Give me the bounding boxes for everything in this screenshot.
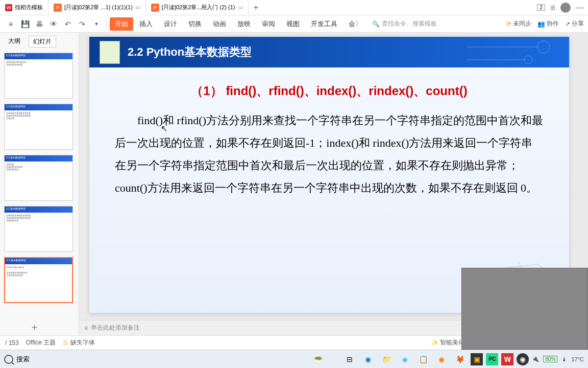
edge-icon[interactable]: ◉ <box>360 352 376 367</box>
plug-icon[interactable]: 🔌 <box>532 356 539 362</box>
presentation-mode-icon[interactable]: ▭ <box>238 4 243 11</box>
obs-icon[interactable]: ◉ <box>517 353 529 365</box>
app-icon[interactable]: ◆ <box>397 352 412 367</box>
slide-thumb-current[interactable]: 2.2 基本数据类型find() rfind() index()文本内容文本内容… <box>4 257 73 303</box>
food-icon[interactable]: 🥗 <box>310 352 326 367</box>
cursor-icon: ↖ <box>161 124 167 133</box>
tab-doc1[interactable]: P [只读]02第2章 ...1) (1)(1)(1) ▭ <box>48 0 146 15</box>
tab-label: [只读]02第2章...用入门 (2) (1) <box>162 4 235 11</box>
tab-label: [只读]02第2章 ...1) (1)(1)(1) <box>64 4 133 11</box>
slide-section-title: 2.2 Python基本数据类型 <box>128 44 252 60</box>
pycharm-icon[interactable]: PC <box>486 353 498 365</box>
webcam-overlay <box>461 268 588 350</box>
start-search[interactable]: 搜索 <box>4 355 30 364</box>
notes-icon: ≡ <box>84 325 88 332</box>
avatar[interactable] <box>560 3 571 13</box>
presentation-mode-icon[interactable]: ▭ <box>135 4 140 11</box>
weather-icon[interactable]: 🌡 <box>561 356 567 362</box>
theme-label[interactable]: Office 主题 <box>26 338 56 347</box>
search-input[interactable]: 🔍 查找命令、搜索模板 <box>372 19 474 28</box>
ribbon-animation[interactable]: 动画 <box>208 17 231 31</box>
ribbon-insert[interactable]: 插入 <box>134 17 158 31</box>
ribbon-dev[interactable]: 开发工具 <box>306 17 342 31</box>
ppt-icon: P <box>151 4 159 12</box>
ribbon-transition[interactable]: 切换 <box>183 17 207 31</box>
svg-point-0 <box>537 41 550 53</box>
ribbon-start[interactable]: 开始 <box>110 17 133 31</box>
redo-icon[interactable]: ↷ <box>76 17 89 31</box>
undo-icon[interactable]: ↶ <box>61 17 75 31</box>
app-icon[interactable]: ◉ <box>434 352 449 367</box>
slide-thumb[interactable]: 2.2 基本数据类型文本内容文本内容文本内容文本内容文本内容文本内容文本内容文本 <box>4 206 73 252</box>
sync-button[interactable]: ⟳未同步 <box>506 19 531 28</box>
slide-thumb[interactable]: 2.2 基本数据类型文本内容文本内容文本内容文本内容文本内容文本内容文本文本 <box>4 104 73 150</box>
ribbon-design[interactable]: 设计 <box>159 17 182 31</box>
battery-indicator[interactable]: 80% <box>543 356 557 362</box>
wps-icon[interactable]: W <box>501 353 513 365</box>
explorer-icon[interactable]: 📁 <box>379 352 394 367</box>
slides-tab[interactable]: 幻灯片 <box>29 36 56 48</box>
tab-templates[interactable]: W 找稻壳模板 <box>0 0 48 15</box>
tab-label: 找稻壳模板 <box>15 4 43 11</box>
wps-icon: W <box>5 4 12 11</box>
book-icon <box>100 41 120 64</box>
slide-thumb[interactable]: 2.2 基本数据类型文本内容文本内容文本文本内容文本内容 <box>4 53 73 99</box>
app-icon[interactable]: ▣ <box>471 353 483 365</box>
slide-heading: （1） find()、rfind()、index()、rindex()、coun… <box>115 83 544 99</box>
search-label: 搜索 <box>16 355 30 364</box>
ribbon-view[interactable]: 视图 <box>281 17 305 31</box>
page-indicator: / 153 <box>5 339 19 347</box>
tab-doc2[interactable]: P [只读]02第2章...用入门 (2) (1) ▭ <box>146 0 249 15</box>
thumbnail-panel[interactable]: 2.2 基本数据类型文本内容文本内容文本文本内容文本内容 2.2 基本数据类型文… <box>0 51 79 320</box>
notes-placeholder[interactable]: 单击此处添加备注 <box>91 324 140 332</box>
search-placeholder: 查找命令、搜索模板 <box>382 19 437 28</box>
search-icon: 🔍 <box>372 20 380 28</box>
circuit-decoration <box>467 37 569 67</box>
ppt-icon: P <box>54 4 62 12</box>
taskview-icon[interactable]: ⊟ <box>342 352 357 367</box>
slide-paragraph: find()和 rfind()方法分别用来查找一个字符串在另一个字符串指定的范围… <box>115 109 544 199</box>
add-tab-button[interactable]: + <box>249 3 264 12</box>
minimize-icon[interactable]: — <box>576 3 584 12</box>
preview-icon[interactable]: 👁 <box>47 17 60 31</box>
app-icon[interactable]: 📋 <box>415 352 431 367</box>
add-slide-button[interactable]: + <box>0 320 69 335</box>
missing-font[interactable]: ⚠ 缺失字体 <box>63 338 94 347</box>
slide-thumb[interactable]: 2.2 基本数据类型文本内容文本内容文本内容文本内容文本 <box>4 155 73 201</box>
apps-icon[interactable]: ⊞ <box>550 4 555 11</box>
search-icon <box>4 355 13 364</box>
firefox-icon[interactable]: 🦊 <box>452 352 468 367</box>
menu-icon[interactable]: ≡ <box>4 17 17 31</box>
ribbon-review[interactable]: 审阅 <box>257 17 280 31</box>
save-icon[interactable]: 💾 <box>18 17 32 31</box>
ribbon-hui[interactable]: 会〉 <box>344 17 367 31</box>
collab-button[interactable]: 👥协作 <box>537 19 559 28</box>
ribbon-slideshow[interactable]: 放映 <box>232 17 256 31</box>
window-number[interactable]: 2 <box>537 4 545 11</box>
outline-tab[interactable]: 大纲 <box>4 36 24 48</box>
share-button[interactable]: ↗分享 <box>565 19 584 28</box>
print-icon[interactable]: 🖶 <box>33 17 46 31</box>
dropdown-icon[interactable]: ▼ <box>90 17 103 31</box>
temperature: 17°C <box>571 356 584 362</box>
